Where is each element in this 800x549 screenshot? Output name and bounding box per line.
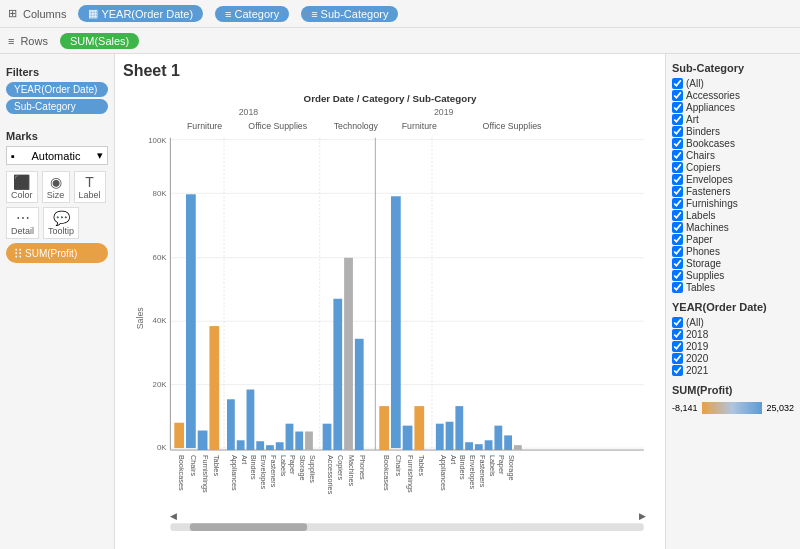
bar-copiers-2018 — [333, 299, 342, 450]
xlabel-storage-2018: Storage — [298, 455, 307, 481]
columns-grid-icon: ⊞ — [8, 7, 17, 20]
cb-storage-input[interactable] — [672, 258, 683, 269]
size-icon: ◉ — [50, 174, 62, 190]
tooltip-button[interactable]: 💬 Tooltip — [43, 207, 79, 239]
category-pill[interactable]: ≡ Category — [215, 6, 289, 22]
filter-year[interactable]: YEAR(Order Date) — [6, 82, 108, 97]
right-panel: Sub-Category (All) Accessories Appliance… — [665, 54, 800, 549]
cb-chairs: Chairs — [672, 150, 794, 161]
cb-art-label: Art — [686, 114, 699, 125]
cb-2021-input[interactable] — [672, 365, 683, 376]
xlabel-chairs-2018: Chairs — [189, 455, 198, 476]
cb-chairs-label: Chairs — [686, 150, 715, 161]
color-button[interactable]: ⬛ Color — [6, 171, 38, 203]
cb-paper-label: Paper — [686, 234, 713, 245]
cb-binders-input[interactable] — [672, 126, 683, 137]
sub-category-pill[interactable]: ≡ Sub-Category — [301, 6, 398, 22]
table-icon2: ≡ — [311, 8, 317, 20]
cb-labels-input[interactable] — [672, 210, 683, 221]
cb-bookcases-input[interactable] — [672, 138, 683, 149]
sum-sales-pill[interactable]: SUM(Sales) — [60, 33, 139, 49]
cb-2021: 2021 — [672, 365, 794, 376]
cb-art-input[interactable] — [672, 114, 683, 125]
detail-button[interactable]: ⋯ Detail — [6, 207, 39, 239]
bar-fasteners-2019 — [475, 444, 483, 450]
bar-tables-2018 — [209, 326, 219, 450]
color-legend: -8,141 25,032 — [672, 402, 794, 414]
cb-machines-input[interactable] — [672, 222, 683, 233]
sheet-title: Sheet 1 — [123, 62, 657, 80]
size-button[interactable]: ◉ Size — [42, 171, 70, 203]
cb-copiers: Copiers — [672, 162, 794, 173]
cb-copiers-input[interactable] — [672, 162, 683, 173]
scroll-thumb[interactable] — [190, 523, 307, 531]
cb-envelopes-input[interactable] — [672, 174, 683, 185]
cb-chairs-input[interactable] — [672, 150, 683, 161]
cb-labels: Labels — [672, 210, 794, 221]
xlabel-supplies-2018: Supplies — [308, 455, 317, 483]
cb-2020-label: 2020 — [686, 353, 708, 364]
bar-phones-2018 — [355, 339, 364, 450]
year-2018-label: 2018 — [239, 107, 259, 117]
label-icon: T — [85, 174, 94, 190]
cb-2018-input[interactable] — [672, 329, 683, 340]
cb-2019-input[interactable] — [672, 341, 683, 352]
bar-bookcases-2018 — [174, 423, 184, 448]
year-order-date-pill[interactable]: ▦ YEAR(Order Date) — [78, 5, 203, 22]
xlabel-binders-2019: Binders — [458, 455, 467, 480]
marks-type-dropdown[interactable]: ▪ Automatic ▾ — [6, 146, 108, 165]
bar-labels-2019 — [485, 440, 493, 450]
rows-label: Rows — [20, 35, 48, 47]
xlabel-bookcases-2019: Bookcases — [382, 455, 391, 491]
scroll-left-arrow[interactable]: ◀ — [170, 511, 177, 521]
cb-paper-input[interactable] — [672, 234, 683, 245]
cb-2019-label: 2019 — [686, 341, 708, 352]
y-tick-40k: 40K — [153, 316, 168, 325]
year-filter-title: YEAR(Order Date) — [672, 301, 794, 313]
cat-officesupplies-2018: Office Supplies — [248, 121, 307, 131]
cb-appliances-input[interactable] — [672, 102, 683, 113]
cb-phones-input[interactable] — [672, 246, 683, 257]
cb-accessories-input[interactable] — [672, 90, 683, 101]
cb-2020: 2020 — [672, 353, 794, 364]
xlabel-paper-2019: Paper — [497, 455, 506, 475]
dots-icon: ⁝⁝ — [14, 245, 22, 261]
cb-supplies-input[interactable] — [672, 270, 683, 281]
cb-all-year-input[interactable] — [672, 317, 683, 328]
cb-2018-label: 2018 — [686, 329, 708, 340]
cb-accessories: Accessories — [672, 90, 794, 101]
cb-all-subcategory-input[interactable] — [672, 78, 683, 89]
sum-profit-pill[interactable]: ⁝⁝ SUM(Profit) — [6, 243, 108, 263]
xlabel-labels-2019: Labels — [488, 455, 497, 477]
y-tick-100k: 100K — [148, 136, 167, 145]
sum-profit-legend-title: SUM(Profit) — [672, 384, 794, 396]
bar-bookcases-2019 — [379, 406, 389, 450]
marks-section: Marks ▪ Automatic ▾ ⬛ Color ◉ Size — [6, 124, 108, 263]
calendar-icon: ▦ — [88, 7, 98, 20]
cb-appliances: Appliances — [672, 102, 794, 113]
cb-bookcases: Bookcases — [672, 138, 794, 149]
xlabel-envelopes-2019: Envelopes — [468, 455, 477, 489]
marks-title: Marks — [6, 130, 108, 142]
bar-paper-2018 — [286, 424, 294, 450]
cb-tables-label: Tables — [686, 282, 715, 293]
label-button[interactable]: T Label — [74, 171, 106, 203]
filter-subcategory[interactable]: Sub-Category — [6, 99, 108, 114]
scroll-right-arrow[interactable]: ▶ — [639, 511, 646, 521]
cb-fasteners: Fasteners — [672, 186, 794, 197]
bar-paper-2019 — [494, 426, 502, 450]
sum-profit-legend-section: SUM(Profit) -8,141 25,032 — [672, 384, 794, 414]
cb-supplies-label: Supplies — [686, 270, 724, 281]
xlabel-phones-2018: Phones — [358, 455, 367, 480]
cb-envelopes: Envelopes — [672, 174, 794, 185]
cb-fasteners-input[interactable] — [672, 186, 683, 197]
cb-2020-input[interactable] — [672, 353, 683, 364]
cb-2021-label: 2021 — [686, 365, 708, 376]
cb-furnishings: Furnishings — [672, 198, 794, 209]
cb-labels-label: Labels — [686, 210, 715, 221]
xlabel-art-2019: Art — [449, 455, 458, 464]
bar-envelopes-2018 — [256, 441, 264, 450]
cb-furnishings-input[interactable] — [672, 198, 683, 209]
cb-tables-input[interactable] — [672, 282, 683, 293]
bar-storage-2019 — [504, 435, 512, 450]
